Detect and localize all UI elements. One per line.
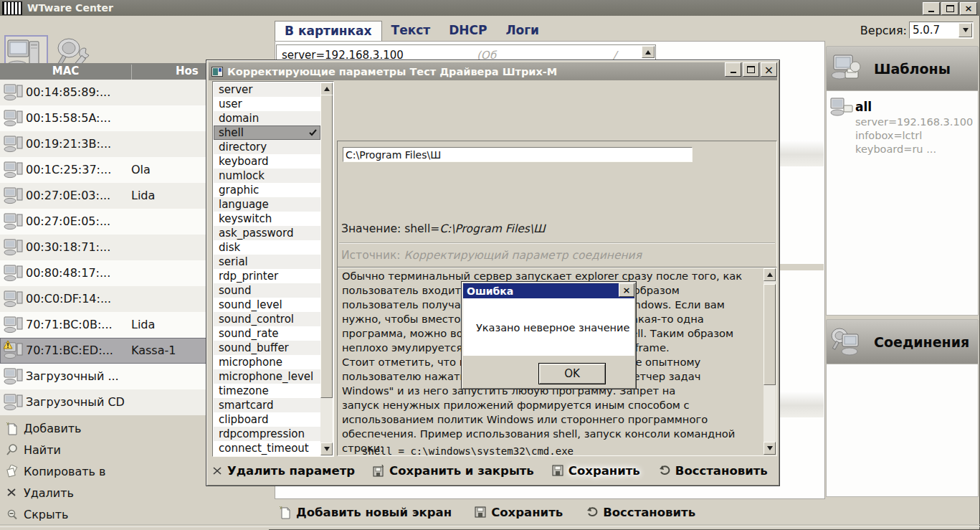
error-message: Указано неверное значение — [476, 322, 629, 333]
scroll-up-button[interactable] — [642, 46, 655, 58]
parameter-item[interactable]: sound_rate — [214, 326, 320, 341]
error-title: Ошибка — [467, 285, 513, 297]
restore-parameter-button[interactable]: Восстановить — [658, 464, 768, 478]
parameter-item[interactable]: server — [214, 82, 320, 97]
error-close-button[interactable]: × — [619, 283, 634, 297]
device-mac: 70:71:BC:0B:... — [26, 318, 113, 331]
parameter-scrollbar[interactable] — [320, 82, 333, 455]
parameter-item[interactable]: graphic — [214, 183, 320, 197]
ok-button[interactable]: OK — [538, 363, 606, 384]
parameter-item[interactable]: rdp_printer — [214, 269, 320, 283]
terminal-icon — [4, 109, 24, 128]
scroll-down-button[interactable] — [763, 442, 776, 455]
parameter-item[interactable]: serial — [214, 255, 320, 269]
separator — [339, 242, 775, 244]
parameter-item[interactable]: timezone — [214, 384, 320, 398]
parameter-item[interactable]: sound — [214, 283, 320, 298]
parameter-item[interactable]: microphone_level — [214, 369, 320, 384]
parameter-item[interactable]: language — [214, 197, 320, 212]
error-titlebar[interactable]: Ошибка — [463, 283, 634, 298]
device-mac: 00:1C:25:37:... — [26, 163, 111, 176]
parameter-item[interactable]: smartcard — [214, 398, 320, 412]
templates-header[interactable]: Шаблоны — [826, 46, 979, 91]
save-and-close-button[interactable]: Сохранить и закрыть — [373, 464, 534, 478]
search-icon — [6, 443, 19, 456]
connections-header[interactable]: Соединения — [826, 319, 979, 364]
terminal-icon — [4, 212, 24, 232]
triangle-up-icon — [645, 50, 651, 55]
parameter-item[interactable]: keyboard — [214, 154, 320, 169]
window-title: WTware Center — [27, 2, 113, 14]
parameter-item[interactable]: sound_buffer — [214, 341, 320, 355]
description-line: обеспечения. Пример использования shell,… — [342, 427, 763, 441]
parameter-name: disk — [219, 241, 240, 254]
minimize-button[interactable] — [923, 2, 940, 15]
add-screen-button[interactable]: Добавить новый экран — [279, 506, 452, 519]
triangle-up-icon — [767, 273, 773, 277]
parameter-item[interactable]: shell — [214, 126, 320, 140]
version-value: 5.0.7 — [913, 24, 940, 37]
dialog-titlebar[interactable]: Корректирующие параметры Тест Драйвера Ш… — [209, 62, 777, 80]
version-label: Версия: — [839, 24, 907, 37]
undo-icon — [658, 465, 670, 476]
parameters-dialog: Корректирующие параметры Тест Драйвера Ш… — [206, 60, 780, 486]
scroll-down-button[interactable] — [320, 443, 333, 455]
close-button[interactable]: × — [960, 2, 977, 15]
dialog-window-icon — [211, 67, 223, 77]
parameter-item[interactable]: sound_control — [214, 312, 320, 326]
version-combobox[interactable]: 5.0.7 — [909, 22, 974, 39]
error-body: Указано неверное значение — [463, 298, 634, 356]
restore-screens-button[interactable]: Восстановить — [586, 506, 695, 519]
dialog-maximize-button[interactable] — [743, 62, 759, 77]
parameter-item[interactable]: numlock — [214, 169, 320, 183]
device-mac: 00:80:48:17:... — [26, 266, 110, 280]
warning-icon — [3, 340, 13, 349]
parameter-item[interactable]: directory — [214, 140, 320, 154]
column-header-mac: MAC — [0, 65, 132, 80]
parameter-value-input[interactable] — [343, 147, 693, 162]
view-tab[interactable]: В картинках — [275, 21, 382, 42]
parameter-name: timezone — [219, 384, 269, 397]
view-tab[interactable]: DHCP — [439, 21, 496, 41]
parameter-item[interactable]: clipboard — [214, 412, 320, 427]
parameter-item[interactable]: rdpcompression — [214, 427, 320, 441]
parameter-item[interactable]: microphone — [214, 355, 320, 369]
device-mac: 00:19:21:3B:... — [26, 137, 111, 151]
version-dropdown-button[interactable] — [958, 23, 972, 37]
parameter-name: rdpcompression — [219, 427, 305, 440]
parameter-name: keyswitch — [219, 212, 272, 225]
scroll-up-button[interactable] — [763, 268, 776, 281]
scrollbar-thumb[interactable] — [763, 284, 776, 385]
device-hostname: Lida — [131, 318, 155, 331]
description-code: shell = c:\windows\system32\cmd.exe — [362, 445, 574, 456]
parameter-name: clipboard — [219, 413, 268, 426]
scrollbar-thumb[interactable] — [320, 95, 333, 398]
parameter-item[interactable]: ask_password — [214, 226, 320, 240]
wtware-center-window: WTware Center × — [0, 0, 980, 530]
parameter-item[interactable]: domain — [214, 111, 320, 126]
dialog-toolbar: Удалить параметр Сохранить и закрыть Сох… — [212, 460, 786, 481]
description-scrollbar[interactable] — [763, 268, 776, 455]
parameter-item[interactable]: user — [214, 97, 320, 111]
parameter-item[interactable]: disk — [214, 240, 320, 255]
floppy-save-close-icon — [373, 465, 384, 477]
parameter-name: server — [219, 83, 252, 96]
parameter-item[interactable]: sound_level — [214, 298, 320, 312]
maximize-button[interactable] — [941, 2, 958, 15]
value-path: C:\Program Files\Ш — [439, 222, 545, 235]
view-tab[interactable]: Логи — [496, 21, 548, 41]
parameter-item[interactable]: connect_timeout — [214, 441, 320, 455]
save-screens-button[interactable]: Сохранить — [475, 506, 563, 519]
parameter-item[interactable]: keyswitch — [214, 212, 320, 226]
save-parameter-button[interactable]: Сохранить — [552, 464, 640, 478]
parameter-name: microphone — [219, 356, 282, 369]
hide-device-button[interactable]: Скрыть — [0, 504, 269, 526]
dialog-minimize-button[interactable] — [725, 62, 741, 77]
device-hostname: Lida — [131, 189, 155, 202]
view-tab[interactable]: Текст — [382, 21, 440, 41]
dialog-close-button[interactable]: × — [761, 62, 777, 77]
scroll-up-button[interactable] — [320, 82, 333, 95]
device-mac: 00:C0:DF:14:... — [26, 292, 111, 306]
delete-parameter-button[interactable]: Удалить параметр — [212, 464, 355, 478]
window-bottom-edge — [0, 524, 980, 527]
